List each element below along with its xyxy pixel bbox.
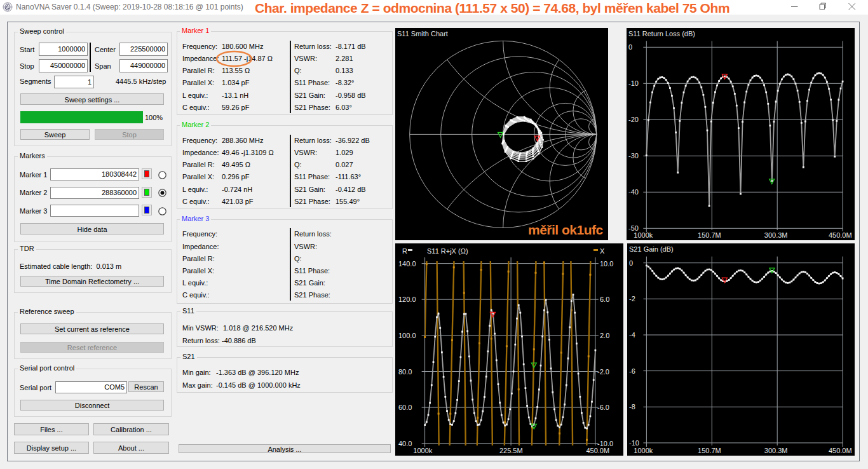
svg-text:40.0: 40.0 (398, 440, 412, 447)
svg-text:80.0: 80.0 (398, 368, 412, 376)
svg-text:1000k: 1000k (413, 447, 432, 454)
svg-text:150.7M: 150.7M (698, 231, 721, 239)
svg-text:-30: -30 (628, 152, 639, 160)
svg-text:-6: -6 (629, 367, 635, 375)
svg-text:S11 Return Loss (dB): S11 Return Loss (dB) (628, 30, 695, 37)
svg-text:-2: -2 (629, 295, 635, 302)
svg-text:300.3M: 300.3M (764, 447, 788, 454)
svg-text:1000k: 1000k (634, 231, 653, 239)
svg-text:-8: -8 (629, 403, 635, 411)
svg-text:1000k: 1000k (634, 447, 653, 454)
svg-text:450.0M: 450.0M (829, 447, 852, 454)
svg-text:-10: -10 (629, 439, 639, 447)
svg-text:10.0: 10.0 (600, 260, 613, 268)
svg-text:300.3M: 300.3M (764, 231, 788, 239)
svg-text:X: X (600, 247, 605, 255)
svg-text:S11 Smith Chart: S11 Smith Chart (397, 30, 448, 37)
svg-text:měřil ok1ufc: měřil ok1ufc (528, 222, 604, 237)
svg-text:S21 Gain (dB): S21 Gain (dB) (629, 245, 674, 253)
svg-text:450.0M: 450.0M (829, 231, 852, 239)
svg-text:-40: -40 (628, 188, 639, 196)
svg-text:60.0: 60.0 (398, 404, 412, 411)
svg-text:6.0: 6.0 (600, 296, 609, 303)
svg-text:0: 0 (629, 259, 633, 267)
svg-text:150.7M: 150.7M (698, 447, 721, 454)
svg-text:450.0M: 450.0M (586, 447, 609, 454)
svg-text:-2.0: -2.0 (597, 368, 609, 376)
svg-text:120.0: 120.0 (398, 296, 416, 303)
svg-text:0: 0 (628, 43, 632, 51)
svg-text:R: R (402, 247, 407, 255)
svg-text:225.5M: 225.5M (499, 447, 523, 454)
svg-text:-10: -10 (628, 79, 639, 87)
svg-text:-20: -20 (628, 116, 639, 123)
svg-text:2.0: 2.0 (600, 332, 609, 339)
svg-text:-6.0: -6.0 (597, 404, 609, 411)
svg-text:100.0: 100.0 (398, 332, 416, 339)
svg-text:140.0: 140.0 (398, 260, 416, 268)
svg-text:S11 R+jX (Ω): S11 R+jX (Ω) (427, 247, 468, 255)
svg-text:-4: -4 (629, 331, 635, 339)
